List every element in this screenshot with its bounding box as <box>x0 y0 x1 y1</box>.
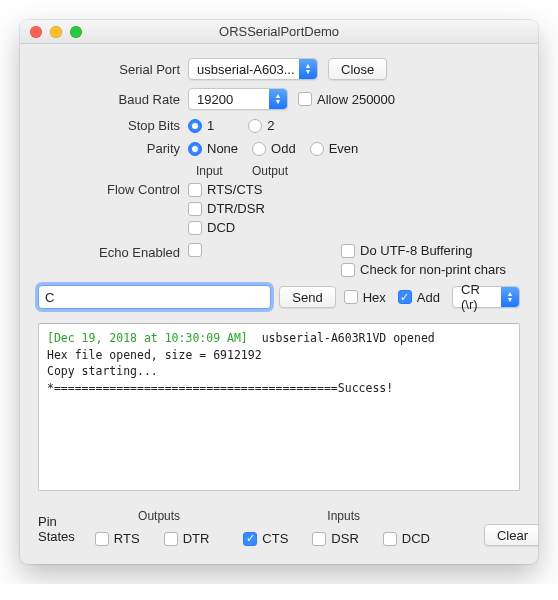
zoom-window-icon[interactable] <box>70 26 82 38</box>
nonprint-checkbox[interactable]: Check for non-print chars <box>341 262 506 277</box>
flow-rtscts-checkbox[interactable]: RTS/CTS <box>188 182 262 197</box>
radio-icon <box>188 119 202 133</box>
log-output[interactable]: [Dec 19, 2018 at 10:30:09 AM] usbserial-… <box>38 323 520 491</box>
input-column-header: Input <box>196 164 236 178</box>
app-window: ORSSerialPortDemo Serial Port usbserial-… <box>20 20 538 564</box>
checkbox-icon <box>341 244 355 258</box>
parity-none-radio[interactable]: None <box>188 141 238 156</box>
updown-icon: ▲▼ <box>501 287 519 307</box>
pin-dsr-checkbox[interactable]: DSR <box>312 531 358 546</box>
close-button[interactable]: Close <box>328 58 387 80</box>
line-ending-select[interactable]: CR (\r) ▲▼ <box>452 286 520 308</box>
parity-label: Parity <box>38 141 188 156</box>
parity-even-radio[interactable]: Even <box>310 141 359 156</box>
window-title: ORSSerialPortDemo <box>20 24 538 39</box>
radio-icon <box>310 142 324 156</box>
utf8-buffering-checkbox[interactable]: Do UTF-8 Buffering <box>341 243 472 258</box>
baud-rate-select[interactable]: 19200 ▲▼ <box>188 88 288 110</box>
checkbox-icon <box>398 290 412 304</box>
flow-dtrdsr-checkbox[interactable]: DTR/DSR <box>188 201 265 216</box>
checkbox-icon <box>298 92 312 106</box>
clear-button[interactable]: Clear <box>484 524 538 546</box>
serial-port-value: usbserial-A603... <box>197 62 295 77</box>
outputs-heading: Outputs <box>138 509 180 523</box>
radio-icon <box>248 119 262 133</box>
echo-enabled-checkbox[interactable] <box>188 243 202 257</box>
radio-icon <box>252 142 266 156</box>
echo-enabled-label: Echo Enabled <box>38 243 188 260</box>
stop-bits-2-radio[interactable]: 2 <box>248 118 274 133</box>
inputs-group: Inputs CTS DSR DCD <box>243 509 444 546</box>
checkbox-icon <box>383 532 397 546</box>
hex-checkbox[interactable]: Hex <box>344 290 386 305</box>
checkbox-icon <box>188 202 202 216</box>
stop-bits-label: Stop Bits <box>38 118 188 133</box>
pin-dcd-checkbox[interactable]: DCD <box>383 531 430 546</box>
checkbox-icon <box>188 183 202 197</box>
minimize-window-icon[interactable] <box>50 26 62 38</box>
command-input[interactable]: C <box>38 285 271 309</box>
send-button[interactable]: Send <box>279 286 335 308</box>
radio-icon <box>188 142 202 156</box>
checkbox-icon <box>95 532 109 546</box>
flow-dcd-checkbox[interactable]: DCD <box>188 220 235 235</box>
pin-rts-checkbox[interactable]: RTS <box>95 531 140 546</box>
checkbox-icon <box>312 532 326 546</box>
outputs-group: Outputs RTS DTR <box>95 509 223 546</box>
baud-rate-value: 19200 <box>197 92 233 107</box>
allow-250000-checkbox[interactable]: Allow 250000 <box>298 92 395 107</box>
pin-dtr-checkbox[interactable]: DTR <box>164 531 210 546</box>
add-checkbox[interactable]: Add <box>398 290 440 305</box>
checkbox-icon <box>341 263 355 277</box>
parity-odd-radio[interactable]: Odd <box>252 141 296 156</box>
checkbox-icon <box>243 532 257 546</box>
updown-icon: ▲▼ <box>269 89 287 109</box>
pin-states-label: Pin States <box>38 514 75 546</box>
titlebar: ORSSerialPortDemo <box>20 20 538 44</box>
log-timestamp: [Dec 19, 2018 at 10:30:09 AM] <box>47 331 248 345</box>
window-controls <box>20 26 82 38</box>
content-area: Serial Port usbserial-A603... ▲▼ Close B… <box>20 44 538 564</box>
flow-control-label: Flow Control <box>38 182 188 197</box>
serial-port-label: Serial Port <box>38 62 188 77</box>
checkbox-icon <box>188 221 202 235</box>
serial-port-select[interactable]: usbserial-A603... ▲▼ <box>188 58 318 80</box>
stop-bits-1-radio[interactable]: 1 <box>188 118 214 133</box>
output-column-header: Output <box>252 164 288 178</box>
pin-cts-checkbox[interactable]: CTS <box>243 531 288 546</box>
checkbox-icon <box>164 532 178 546</box>
inputs-heading: Inputs <box>327 509 360 523</box>
updown-icon: ▲▼ <box>299 59 317 79</box>
close-window-icon[interactable] <box>30 26 42 38</box>
line-ending-value: CR (\r) <box>461 282 497 312</box>
checkbox-icon <box>344 290 358 304</box>
checkbox-icon <box>188 243 202 257</box>
baud-rate-label: Baud Rate <box>38 92 188 107</box>
